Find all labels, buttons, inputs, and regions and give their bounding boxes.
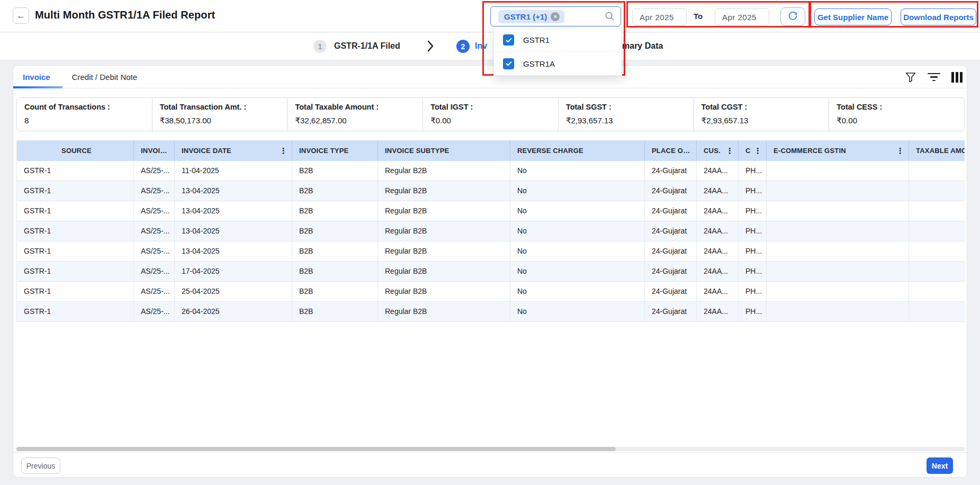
table-cell: 11-04-2025 — [175, 161, 292, 181]
chevron-right-icon — [427, 39, 434, 55]
table-cell: B2B — [292, 302, 378, 321]
checkbox-checked-icon[interactable] — [503, 58, 514, 69]
column-header[interactable]: PLACE OF... — [645, 140, 697, 161]
column-header[interactable]: TAXABLE AMO — [909, 140, 965, 161]
table-cell: Regular B2B — [378, 181, 510, 201]
back-arrow-icon: ← — [17, 11, 25, 21]
table-cell: AS/25-... — [134, 282, 175, 301]
table-cell: 13-04-2025 — [175, 221, 292, 241]
summary-label: Total Taxable Amount : — [295, 103, 415, 111]
refresh-button[interactable] — [780, 7, 805, 26]
column-menu-icon[interactable]: ⋮ — [723, 146, 734, 156]
table-cell: No — [510, 181, 645, 201]
table-row[interactable]: GSTR-1AS/25-...11-04-2025B2BRegular B2BN… — [17, 161, 965, 181]
table-cell: Regular B2B — [378, 241, 510, 261]
table-cell: B2B — [292, 241, 378, 261]
column-menu-icon[interactable]: ⋮ — [751, 146, 762, 156]
annotation-box-date-range: Apr 2025 To Apr 2025 — [626, 1, 810, 28]
table-cell: Regular B2B — [378, 282, 510, 301]
column-header[interactable]: SOURCE — [17, 140, 134, 161]
table-row[interactable]: GSTR-1AS/25-...17-04-2025B2BRegular B2BN… — [17, 262, 965, 282]
column-header[interactable]: INVOICE TYPE — [292, 140, 378, 161]
summary-label: Total IGST : — [430, 103, 551, 111]
summary-label: Total CESS : — [837, 103, 957, 111]
table-cell — [767, 241, 909, 261]
table-cell: PH... — [739, 241, 767, 261]
column-header[interactable]: CU...⋮ — [739, 140, 767, 161]
tab-credit-debit-note[interactable]: Credit / Debit Note — [72, 73, 137, 82]
column-menu-icon[interactable]: ⋮ — [893, 146, 904, 156]
column-header-label: CU... — [745, 147, 751, 155]
table-row[interactable]: GSTR-1AS/25-...13-04-2025B2BRegular B2BN… — [17, 241, 965, 262]
column-header-label: CUS. — [704, 147, 721, 155]
table-cell: PH... — [739, 161, 767, 181]
column-header[interactable]: INVOICE DATE⋮ — [175, 140, 292, 161]
summary-card: Total IGST :₹0.00 — [422, 98, 558, 131]
column-header[interactable]: INVOICE... — [134, 140, 175, 161]
tab-invoice[interactable]: Invoice — [23, 73, 50, 82]
step-2-number: 2 — [456, 40, 470, 53]
columns-icon[interactable] — [951, 72, 963, 83]
selected-chip: GSTR1 (+1) × — [498, 10, 564, 23]
dropdown-option[interactable]: GSTR1 — [494, 29, 622, 52]
dropdown-option[interactable]: GSTR1A — [494, 52, 622, 75]
table-cell: 24-Gujarat — [645, 201, 697, 221]
table-cell: GSTR-1 — [17, 221, 134, 241]
table-cell: GSTR-1 — [17, 282, 134, 301]
table-cell: Regular B2B — [378, 221, 510, 241]
chip-remove-icon[interactable]: × — [551, 12, 560, 21]
column-header-label: PLACE OF... — [652, 147, 692, 155]
table-cell: 24AA... — [697, 161, 739, 181]
table-row[interactable]: GSTR-1AS/25-...13-04-2025B2BRegular B2BN… — [17, 221, 965, 241]
table-row[interactable]: GSTR-1AS/25-...13-04-2025B2BRegular B2BN… — [17, 181, 965, 201]
scrollbar-thumb[interactable] — [16, 447, 616, 451]
step-1-label: GSTR-1/1A Filed — [334, 41, 400, 51]
summary-value: ₹2,93,657.13 — [702, 116, 822, 125]
annotation-box-actions: Get Supplier Name Download Reports — [810, 1, 978, 28]
table-cell: 24-Gujarat — [645, 221, 697, 241]
table-cell: GSTR-1 — [17, 201, 134, 221]
download-reports-button[interactable]: Download Reports — [901, 8, 976, 25]
to-month-input[interactable]: Apr 2025 — [715, 8, 769, 25]
table-cell — [767, 201, 909, 221]
summary-label: Count of Transactions : — [24, 103, 145, 111]
table-cell: 13-04-2025 — [175, 201, 292, 221]
table-row[interactable]: GSTR-1AS/25-...25-04-2025B2BRegular B2BN… — [17, 282, 965, 302]
get-supplier-name-button[interactable]: Get Supplier Name — [814, 8, 892, 25]
column-header-label: TAXABLE AMO — [916, 147, 965, 155]
table-cell: PH... — [739, 282, 767, 301]
from-month-input[interactable]: Apr 2025 — [632, 8, 687, 25]
checkbox-checked-icon[interactable] — [503, 34, 514, 46]
table-cell: PH... — [739, 221, 767, 241]
table-cell: GSTR-1 — [17, 181, 134, 201]
back-button[interactable]: ← — [13, 7, 29, 24]
table-cell: AS/25-... — [134, 262, 175, 281]
table-cell: PH... — [739, 181, 767, 201]
table-row[interactable]: GSTR-1AS/25-...26-04-2025B2BRegular B2BN… — [17, 302, 965, 322]
summary-value: ₹0.00 — [837, 116, 957, 125]
filter-lines-icon[interactable] — [928, 73, 940, 82]
filter-funnel-icon[interactable] — [905, 71, 916, 83]
table-cell: AS/25-... — [134, 302, 175, 321]
table-cell — [909, 181, 965, 201]
table-cell — [909, 262, 965, 281]
summary-value: ₹32,62,857.00 — [295, 116, 415, 125]
column-header[interactable]: E-COMMERCE GSTIN⋮ — [767, 140, 909, 161]
column-menu-icon[interactable]: ⋮ — [276, 146, 287, 156]
report-type-multiselect[interactable]: GSTR1 (+1) × — [490, 6, 621, 26]
table-cell: 24AA... — [697, 201, 739, 221]
previous-button[interactable]: Previous — [21, 457, 60, 474]
table-cell: B2B — [292, 161, 378, 181]
column-header[interactable]: CUS.⋮ — [697, 140, 739, 161]
summary-value: ₹0.00 — [430, 116, 551, 125]
column-header[interactable]: INVOICE SUBTYPE — [378, 140, 510, 161]
next-button[interactable]: Next — [927, 457, 953, 474]
search-icon — [605, 11, 615, 22]
table-cell: 24-Gujarat — [645, 181, 697, 201]
column-header[interactable]: REVERSE CHARGE — [510, 140, 645, 161]
table-row[interactable]: GSTR-1AS/25-...13-04-2025B2BRegular B2BN… — [17, 201, 965, 221]
horizontal-scrollbar[interactable] — [16, 447, 965, 451]
column-header-label: E-COMMERCE GSTIN — [774, 147, 846, 155]
table-cell: 25-04-2025 — [175, 282, 292, 301]
table-cell: GSTR-1 — [17, 262, 134, 281]
